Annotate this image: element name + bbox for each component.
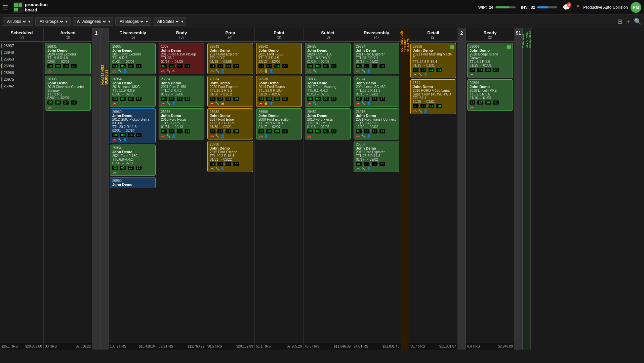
col-arrived: Arrived (3) 26931 John Demo 2020 Ford Ex… [44,28,92,350]
card-29938[interactable]: i 29938 John Demo 2021 Ford Mustang Mach… [410,43,456,78]
card-26986[interactable]: 26986 John Demo 2009 Ford Expedition TTL… [256,108,302,139]
col-disassembly-body: 25988 John Demo 2017 Ford Explorer TTL:9… [109,42,157,343]
col-reassembly-title: Reassembly [354,30,399,35]
card-25984[interactable]: 25984 John Demo 2021 Ford F-150 TTL:7.3 … [159,76,204,107]
col-ready-header: Ready (2) [466,28,514,42]
all-jobs-select[interactable]: All Jobs [6,19,27,24]
card-1311[interactable]: 1311 John Demo 2016 FORD F-150 Lariat Su… [410,79,456,114]
car-icon: 🚗 [161,102,165,105]
card-26538[interactable]: 26538 John Demo 2014 Ford Taurus TTL:23.… [256,76,302,107]
card-29894[interactable]: 29894 John Demo 2018 Lincoln MKZ TTL:2.3… [467,79,513,111]
tools-icon: 🔧 [166,134,170,138]
card-26960[interactable]: 26960 John Demo 2012 GMC Pickup Sierra K… [110,108,156,143]
all-groups-select[interactable]: All Groups [38,19,64,24]
card-26833[interactable]: 26833 John Demo 2017 Ford Mustang TTL:8.… [305,76,351,107]
card-25966b[interactable]: 25966 John Demo 2013 Ford Focus TTL:18.7… [159,108,204,139]
chevron-down-icon: ▾ [181,19,183,24]
car-icon: 🚗 [356,134,360,138]
lock-icon: 🔒 [220,102,225,105]
card-26948[interactable]: 26948 [1,50,42,55]
search-button[interactable]: 🔍 [634,18,641,25]
card-26984[interactable]: 26984 [1,63,42,69]
col-prep-cards: 29543 John Demo 2017 Ford Explorer TTL:9… [206,42,254,343]
card-25954[interactable]: 25954 John Demo 2021 Ford F-150 TTL:6.8 … [110,145,156,176]
qc-column: QC Final Audit12.9 HRS$2,449.78 [401,28,409,350]
filter-all-badges[interactable]: All Badges ▾ [115,17,151,26]
wip-stat: WIP: 24 [478,5,516,10]
card-25988[interactable]: 25988 John Demo 2017 Ford Explorer TTL:9… [110,43,156,74]
car-icon: 🚗 [258,102,263,105]
notification-button[interactable]: 💬 2 [563,4,570,11]
tools-icon: 🔧 [361,134,365,138]
user-icon: 👤 [367,167,371,170]
card-1307[interactable]: 1307 John Demo 2013 Ford F150 Pickup TTL… [159,43,204,74]
filter-all-assignees[interactable]: All Assignees ▾ [73,17,113,26]
card-25942[interactable]: 25942 [1,83,42,89]
card-26953[interactable]: 26953 [1,56,42,62]
hold-column: Hold 18 HRS$8,800.21 [100,28,109,350]
user-icon: 👤 [424,109,428,113]
tools-icon: 🔧 [215,102,219,105]
col-reassembly-header: Reassembly (4) [352,28,401,42]
card-25966[interactable]: 25966 [1,70,42,75]
col-paint: Paint (3) 26542 John Demo 2021 Ford F-15… [255,28,304,350]
filter-all-jobs[interactable]: All Jobs ▾ [3,17,33,26]
card-26867[interactable]: 26867 John Demo 2015 Ford Explorer TTL:2… [354,141,399,172]
card-29543[interactable]: 29543 John Demo 2017 Ford Explorer TTL:9… [207,43,253,74]
all-states-select[interactable]: All States [156,19,180,24]
col-paint-footer: 51.1 HRS $7,985.29 [255,343,303,350]
col-paint-title: Paint [256,30,302,35]
card-25982[interactable]: 25982 John Demo 2017 Ford Edge TTL:31.2 … [207,108,253,139]
card-29724[interactable]: 29724 John Demo 2011 Ford Explorer TTL:3… [354,43,399,74]
tools-icon: 🔧 [118,69,122,73]
inv-bar [537,6,557,8]
card-29004[interactable]: i 29004 John Demo 2018 Dodge Grand Carav… [467,43,513,78]
all-badges-select[interactable]: All Badges [118,19,145,24]
hamburger-menu[interactable]: ☰ [3,4,8,11]
car-icon: 🚗 [470,73,474,76]
card-26542[interactable]: 26542 John Demo 2021 Ford F-150 TTL:7.3 … [256,43,302,74]
grid-view-button[interactable]: ⊞ [617,18,622,25]
col-detail-footer: 55.7 HRS $11,001.87 [409,343,457,350]
card-29452[interactable]: 29452 John Demo 2013 Ford Fiesta TTL:18.… [305,108,351,139]
card-26975[interactable]: 26975 [1,77,42,82]
col-ready: Ready (2) i 29004 John Demo 2018 Dodge G… [466,28,515,350]
filter-all-states[interactable]: All States ▾ [153,17,186,26]
user-icon: 👤 [123,138,127,142]
svg-rect-2 [14,8,18,11]
user-icon: 👤 [367,102,371,105]
card-26954[interactable]: 26954 John Demo 2018 Lincoln MKC TTL:11.… [110,76,156,107]
all-assignees-select[interactable]: All Assignees [76,19,107,24]
card-25934[interactable]: 25934 John Demo 2020 Ford Explorer TTL:1… [207,76,253,107]
col-prep-footer: 98.5 HRS $20,152.89 [206,343,254,350]
wip-bar [495,6,516,8]
card-26937[interactable]: 26937 [1,43,42,48]
add-button[interactable]: ＋ [625,17,631,26]
col-disassembly-count: (5) [110,35,156,39]
card-26950[interactable]: 26950 John Demo [110,177,156,188]
card-26482[interactable]: 26482 John Demo 2020 Ford F-150 TTL:18.5… [305,43,351,74]
col-arrived-footer: 33 HRS $7,036.22 [44,343,92,350]
logo-icon [13,2,24,13]
col-arrived-header: Arrived (3) [44,28,92,42]
col-reassembly-count: (4) [354,35,399,39]
col-body-title: Body [159,30,204,35]
location-icon: 📍 [575,5,580,10]
car-icon: 🚗 [161,69,165,73]
col-ready-title: Ready [467,30,513,35]
col-detail-cards: i 29938 John Demo 2021 Ford Mustang Mach… [409,42,457,343]
card-26931[interactable]: 26931 John Demo 2020 Ford Explorer TTL:9… [45,43,91,74]
avatar[interactable]: PM [631,2,641,13]
filter-all-groups[interactable]: All Groups ▾ [35,17,71,26]
card-26916[interactable]: 26916 John Demo 2021 Ford Transit Connec… [354,108,399,139]
card-26935[interactable]: 26935 John Demo 2019 Chevrolet Corvette … [45,76,91,111]
col-detail-count: (2) [410,35,456,39]
col-arrived-body: 26931 John Demo 2020 Ford Explorer TTL:9… [44,42,92,343]
delivered-column: Delivered16277 HRS$383,028.42 [523,28,531,350]
car-icon: 🚗 [210,102,214,105]
card-25936[interactable]: 25936 John Demo 2015 Ford Escape TTL:40.… [207,141,253,172]
col-detail-header: Detail (2) [409,28,457,42]
user-icon: 👤 [269,102,273,105]
car-icon: 🚗 [356,102,360,105]
card-26924[interactable]: 26924 John Demo 2004 Lexus SC 430 TTL:18… [354,76,399,107]
